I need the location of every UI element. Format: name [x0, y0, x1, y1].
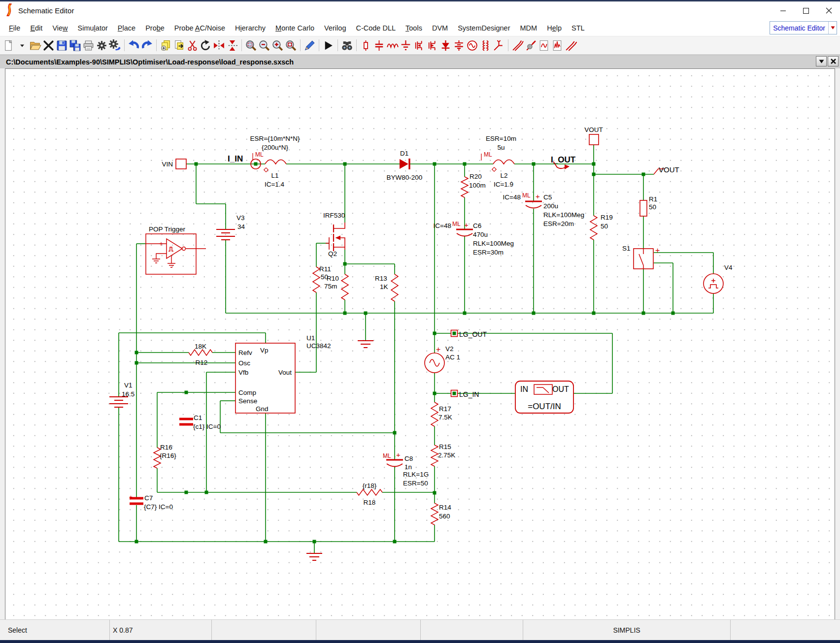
place-probe-icon[interactable]	[492, 39, 505, 52]
fft-probe-icon[interactable]	[551, 39, 564, 52]
mirror-horizontal-icon[interactable]	[226, 39, 239, 52]
component-Q2[interactable]	[326, 223, 345, 250]
menu-view[interactable]: View	[47, 22, 72, 34]
component-R14[interactable]	[431, 503, 438, 525]
menu-probe[interactable]: Probe	[140, 22, 169, 34]
menu-file[interactable]: File	[4, 22, 25, 34]
component-R18[interactable]	[357, 489, 382, 495]
pathbar-dropdown-button[interactable]	[816, 56, 827, 66]
pop-comparator[interactable]	[167, 239, 182, 258]
menu-monte-carlo[interactable]: Monte Carlo	[270, 22, 319, 34]
place-diode-icon[interactable]	[439, 39, 452, 52]
probe-I_OUT[interactable]	[565, 164, 570, 169]
menu-help[interactable]: Help	[542, 22, 567, 34]
component-R12[interactable]	[189, 350, 212, 355]
terminal-VOUT[interactable]	[589, 134, 599, 145]
component-Q2[interactable]	[336, 236, 341, 240]
junction-dot	[463, 312, 467, 315]
component-R19[interactable]	[590, 216, 597, 240]
zoom-out-icon[interactable]	[258, 39, 271, 52]
menu-probe-ac-noise[interactable]: Probe AC/Noise	[169, 22, 230, 34]
menu-c-code-dll[interactable]: C-Code DLL	[351, 22, 401, 34]
component-POP-trigger[interactable]	[146, 234, 196, 274]
component-V4[interactable]	[704, 274, 723, 293]
component-R13[interactable]	[391, 274, 398, 301]
label-560: 560	[439, 513, 450, 520]
open-folder-icon[interactable]	[29, 39, 42, 52]
close-button[interactable]	[817, 1, 840, 20]
component-C5[interactable]	[526, 205, 541, 208]
copy-icon[interactable]	[159, 39, 172, 52]
component-V1[interactable]	[109, 397, 128, 407]
schematic-canvas[interactable]: VINI_INMLESR={10m*N*N}{200u*N}L1IC=1.4V3…	[5, 68, 835, 621]
pop-ground[interactable]	[152, 254, 167, 263]
place-ground-icon[interactable]	[399, 39, 412, 52]
place-pmos-icon[interactable]	[426, 39, 439, 52]
close-document-icon[interactable]	[42, 39, 55, 52]
zoom-extents-icon[interactable]	[284, 39, 298, 52]
voltage-probe-icon[interactable]	[511, 39, 524, 52]
component-L1[interactable]	[265, 160, 286, 164]
simulator-setup-gears-icon[interactable]	[108, 39, 122, 52]
chevron-down-icon[interactable]	[828, 22, 837, 34]
pathbar-close-button[interactable]	[828, 56, 839, 66]
mirror-vertical-icon[interactable]	[212, 39, 226, 52]
wire-pencil-icon[interactable]	[303, 39, 316, 52]
maximize-button[interactable]	[795, 1, 817, 20]
component-L2[interactable]	[493, 160, 514, 164]
rotate-icon[interactable]	[199, 39, 212, 52]
component-D1[interactable]	[400, 159, 408, 169]
component-C8[interactable]	[387, 464, 403, 467]
place-resistor-icon[interactable]	[359, 39, 372, 52]
component-R11[interactable]	[313, 267, 320, 292]
ground-symbol[interactable]	[358, 341, 373, 348]
menu-edit[interactable]: Edit	[25, 22, 47, 34]
place-inductor-icon[interactable]	[386, 39, 399, 52]
differential-probe-icon[interactable]	[564, 39, 577, 52]
ground-symbol[interactable]	[306, 553, 322, 560]
component-R1[interactable]	[640, 200, 647, 216]
place-nmos-icon[interactable]	[412, 39, 426, 52]
new-document-dropdown-icon[interactable]	[15, 39, 29, 52]
component-C6[interactable]	[457, 233, 472, 236]
current-probe-icon[interactable]	[524, 39, 538, 52]
redo-icon[interactable]	[140, 39, 154, 52]
zoom-select-icon[interactable]	[244, 39, 258, 52]
waveform-probe-icon[interactable]	[538, 39, 551, 52]
menu-tools[interactable]: Tools	[401, 22, 427, 34]
place-ac-source-icon[interactable]	[466, 39, 479, 52]
settings-gear-icon[interactable]	[95, 39, 108, 52]
print-icon[interactable]	[82, 39, 95, 52]
paste-icon[interactable]	[172, 39, 186, 52]
minimize-button[interactable]	[772, 1, 795, 20]
run-simulation-icon[interactable]	[322, 39, 335, 52]
component-R15[interactable]	[431, 445, 438, 466]
save-all-icon[interactable]	[68, 39, 82, 52]
status-section	[211, 620, 316, 640]
new-document-icon[interactable]	[2, 39, 15, 52]
save-icon[interactable]	[55, 39, 68, 52]
zoom-in-icon[interactable]	[271, 39, 284, 52]
editor-selector[interactable]: Schematic Editor	[770, 21, 837, 34]
component-R20[interactable]	[461, 177, 468, 197]
component-V3[interactable]	[216, 229, 235, 240]
place-transformer-icon[interactable]	[479, 39, 492, 52]
cut-icon[interactable]	[186, 39, 199, 52]
menu-place[interactable]: Place	[113, 22, 140, 34]
terminal-VIN[interactable]	[176, 159, 186, 169]
place-battery-icon[interactable]	[452, 39, 466, 52]
menu-dvm[interactable]: DVM	[427, 22, 453, 34]
find-icon[interactable]	[340, 39, 354, 52]
menu-systemdesigner[interactable]: SystemDesigner	[453, 22, 515, 34]
label-ESR-20m: ESR=20m	[543, 220, 574, 227]
menu-simulator[interactable]: Simulator	[73, 22, 113, 34]
menu-mdm[interactable]: MDM	[515, 22, 542, 34]
junction-dot	[343, 162, 347, 166]
menu-verilog[interactable]: Verilog	[319, 22, 351, 34]
undo-icon[interactable]	[127, 39, 140, 52]
menu-stl[interactable]: STL	[567, 22, 590, 34]
component-R17[interactable]	[431, 402, 438, 426]
place-capacitor-icon[interactable]	[372, 39, 386, 52]
menu-hierarchy[interactable]: Hierarchy	[230, 22, 270, 34]
component-R10[interactable]	[341, 274, 348, 300]
